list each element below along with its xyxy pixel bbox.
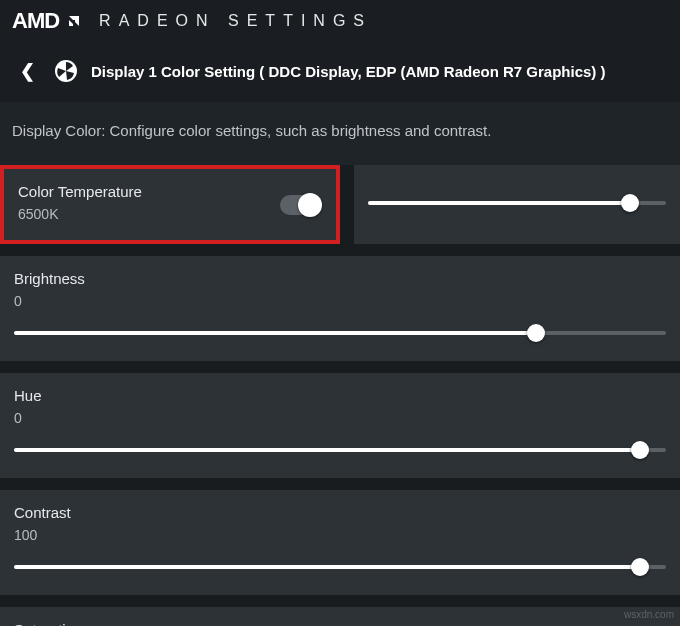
watermark: wsxdn.com — [624, 609, 674, 620]
color-temperature-value: 6500K — [18, 206, 322, 222]
row-hue: Hue 0 — [0, 373, 680, 478]
amd-logo: AMD — [12, 8, 83, 34]
back-button[interactable]: ❮ — [14, 58, 41, 84]
brightness-label: Brightness — [14, 270, 666, 287]
hue-value: 0 — [14, 410, 666, 426]
color-temperature-label: Color Temperature — [18, 183, 322, 200]
page-description: Display Color: Configure color settings,… — [0, 102, 680, 165]
settings-list: Color Temperature 6500K Brightness 0 Hue… — [0, 165, 680, 626]
contrast-value: 100 — [14, 527, 666, 543]
amd-logo-text: AMD — [12, 8, 59, 34]
row-color-temperature: Color Temperature 6500K — [0, 165, 680, 244]
saturation-label: Saturation — [14, 621, 666, 626]
color-temperature-slider-panel — [354, 165, 680, 244]
row-contrast: Contrast 100 — [0, 490, 680, 595]
radeon-icon — [53, 58, 79, 84]
breadcrumb: ❮ Display 1 Color Setting ( DDC Display,… — [0, 44, 680, 102]
brightness-slider[interactable] — [14, 323, 666, 343]
row-brightness: Brightness 0 — [0, 256, 680, 361]
amd-arrow-icon — [65, 12, 83, 30]
color-temperature-panel: Color Temperature 6500K — [0, 165, 340, 244]
titlebar: AMD RADEON SETTINGS — [0, 0, 680, 44]
contrast-label: Contrast — [14, 504, 666, 521]
hue-slider[interactable] — [14, 440, 666, 460]
app-title: RADEON SETTINGS — [99, 12, 372, 30]
color-temperature-slider[interactable] — [368, 193, 666, 213]
contrast-slider[interactable] — [14, 557, 666, 577]
toggle-knob-icon — [298, 193, 322, 217]
brightness-value: 0 — [14, 293, 666, 309]
hue-label: Hue — [14, 387, 666, 404]
row-saturation: Saturation 100 — [0, 607, 680, 626]
breadcrumb-text: Display 1 Color Setting ( DDC Display, E… — [91, 63, 606, 80]
color-temperature-toggle[interactable] — [280, 195, 320, 215]
